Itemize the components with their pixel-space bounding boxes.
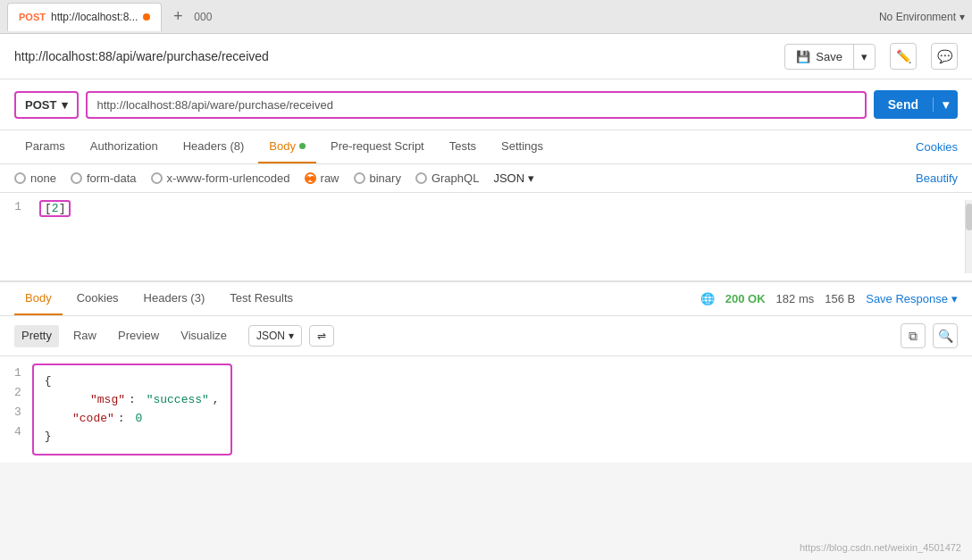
save-response-label: Save Response xyxy=(866,292,948,305)
code-editor[interactable]: 1 [2] xyxy=(0,193,972,282)
request-title: http://localhost:88/api/ware/purchase/re… xyxy=(14,49,774,63)
json-chevron-icon: ▾ xyxy=(528,171,534,185)
resp-line-4: } xyxy=(45,428,220,447)
resp-comma-1: , xyxy=(213,391,220,410)
save-dropdown-arrow[interactable]: ▾ xyxy=(854,45,875,69)
tab-url: http://localhost:8... xyxy=(51,11,138,23)
save-button[interactable]: 💾 Save ▾ xyxy=(784,44,876,70)
radio-urlencoded-label: x-www-form-urlencoded xyxy=(167,171,290,185)
editor-scrollbar[interactable] xyxy=(965,200,972,273)
status-code: 200 OK xyxy=(725,292,766,305)
radio-none[interactable]: none xyxy=(14,171,56,185)
code-content[interactable]: [2] xyxy=(32,200,965,273)
response-json-label: JSON xyxy=(256,330,285,342)
resp-close-brace: } xyxy=(45,428,52,447)
method-label: POST xyxy=(25,98,56,112)
radio-none-circle xyxy=(14,172,26,184)
radio-graphql[interactable]: GraphQL xyxy=(415,171,479,185)
more-tabs-button[interactable]: 000 xyxy=(194,11,212,23)
send-button[interactable]: Send ▾ xyxy=(874,90,958,119)
resp-val-msg: "success" xyxy=(147,391,209,410)
json-format-selector[interactable]: JSON ▾ xyxy=(493,171,534,185)
new-tab-button[interactable]: + xyxy=(165,4,190,29)
radio-urlencoded[interactable]: x-www-form-urlencoded xyxy=(151,171,290,185)
globe-icon: 🌐 xyxy=(700,292,715,305)
response-time: 182 ms xyxy=(776,292,815,305)
url-input[interactable]: http://localhost:88/api/ware/purchase/re… xyxy=(86,91,866,119)
resp-format-pretty[interactable]: Pretty xyxy=(14,325,59,347)
method-selector[interactable]: POST ▾ xyxy=(14,91,79,119)
radio-form-data[interactable]: form-data xyxy=(71,171,137,185)
env-label: No Environment xyxy=(879,11,956,23)
url-bar: POST ▾ http://localhost:88/api/ware/purc… xyxy=(0,79,972,130)
copy-icon-button[interactable]: ⧉ xyxy=(901,323,926,348)
resp-line-3: "code" : 0 xyxy=(45,410,220,429)
radio-graphql-label: GraphQL xyxy=(432,171,479,185)
edit-icon-button[interactable]: ✏️ xyxy=(890,43,917,70)
response-tabs-bar: Body Cookies Headers (3) Test Results 🌐 … xyxy=(0,282,972,316)
tab-tests[interactable]: Tests xyxy=(439,130,487,163)
resp-colon-2: : xyxy=(118,410,132,429)
resp-format-preview[interactable]: Preview xyxy=(111,325,166,347)
cookies-link[interactable]: Cookies xyxy=(916,140,958,154)
radio-form-data-circle xyxy=(71,172,82,184)
resp-tab-headers[interactable]: Headers (3) xyxy=(133,282,216,315)
response-body-content: 1 2 3 4 { "msg" : "success" , xyxy=(14,364,958,456)
environment-selector[interactable]: No Environment ▾ xyxy=(879,11,965,23)
code-line-1: [2] xyxy=(39,200,958,217)
tab-settings[interactable]: Settings xyxy=(490,130,554,163)
response-body-highlighted: { "msg" : "success" , "code" : 0 xyxy=(32,364,232,456)
response-format-bar: Pretty Raw Preview Visualize JSON ▾ ⇌ ⧉ … xyxy=(0,316,972,356)
resp-val-code: 0 xyxy=(135,410,142,429)
tab-headers[interactable]: Headers (8) xyxy=(172,130,256,163)
resp-tab-body[interactable]: Body xyxy=(14,282,63,315)
tab-authorization[interactable]: Authorization xyxy=(80,130,169,163)
code-highlight-box: [2] xyxy=(39,200,71,217)
tab-params[interactable]: Params xyxy=(14,130,76,163)
radio-urlencoded-circle xyxy=(151,172,163,184)
resp-colon-1: : xyxy=(129,391,143,410)
send-dropdown-icon[interactable]: ▾ xyxy=(934,97,958,112)
wrap-icon-button[interactable]: ⇌ xyxy=(309,325,334,347)
resp-format-raw[interactable]: Raw xyxy=(66,325,104,347)
save-main[interactable]: 💾 Save xyxy=(785,45,854,69)
resp-tab-cookies[interactable]: Cookies xyxy=(66,282,130,315)
chevron-down-icon: ▾ xyxy=(959,11,965,23)
response-json-selector[interactable]: JSON ▾ xyxy=(248,325,302,347)
resp-format-visualize[interactable]: Visualize xyxy=(173,325,234,347)
editor-scrollbar-thumb xyxy=(966,204,972,230)
resp-open-brace: { xyxy=(45,372,52,391)
radio-none-label: none xyxy=(30,171,56,185)
response-action-icons: ⧉ 🔍 xyxy=(901,323,958,348)
line-numbers: 1 xyxy=(0,200,32,273)
body-type-bar: none form-data x-www-form-urlencoded raw… xyxy=(0,164,972,193)
save-response-button[interactable]: Save Response ▾ xyxy=(866,292,958,305)
resp-key-msg: "msg" xyxy=(63,391,125,410)
response-line-numbers: 1 2 3 4 xyxy=(14,364,21,456)
response-status-bar: 🌐 200 OK 182 ms 156 B Save Response ▾ xyxy=(700,292,958,305)
active-tab[interactable]: POST http://localhost:8... xyxy=(7,3,162,31)
url-value: http://localhost:88/api/ware/purchase/re… xyxy=(96,98,333,112)
radio-raw-fill xyxy=(306,176,311,181)
response-body: 1 2 3 4 { "msg" : "success" , xyxy=(0,356,972,463)
radio-binary[interactable]: binary xyxy=(354,171,401,185)
radio-raw-circle xyxy=(305,172,316,184)
resp-tab-test-results[interactable]: Test Results xyxy=(219,282,304,315)
search-icon-button[interactable]: 🔍 xyxy=(933,323,958,348)
radio-raw[interactable]: raw xyxy=(305,171,339,185)
radio-form-data-label: form-data xyxy=(87,171,137,185)
tab-bar: POST http://localhost:8... + 000 No Envi… xyxy=(0,0,972,34)
tab-method: POST xyxy=(19,12,46,22)
comment-icon-button[interactable]: 💬 xyxy=(931,43,958,70)
radio-raw-label: raw xyxy=(321,171,339,185)
tab-pre-request-script[interactable]: Pre-request Script xyxy=(320,130,435,163)
watermark: https://blog.csdn.net/weixin_4501472 xyxy=(800,542,961,553)
tab-body[interactable]: Body xyxy=(258,130,316,163)
line-number-1: 1 xyxy=(11,200,21,213)
app-container: POST http://localhost:8... + 000 No Envi… xyxy=(0,0,972,560)
open-bracket: [ xyxy=(45,202,52,215)
beautify-button[interactable]: Beautify xyxy=(916,171,958,185)
resp-key-code: "code" xyxy=(45,410,114,429)
tab-dot xyxy=(143,13,150,21)
response-json-chevron-icon: ▾ xyxy=(289,330,294,342)
